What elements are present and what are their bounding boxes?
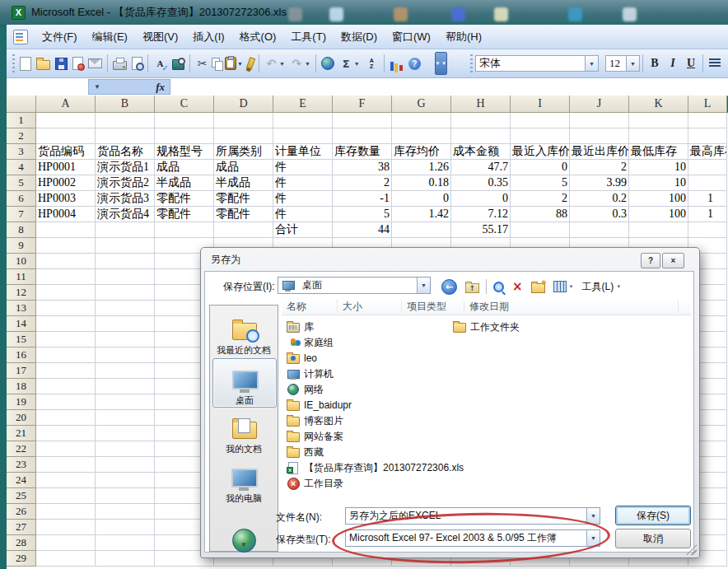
cell-G5[interactable]: 0.18 <box>392 175 451 191</box>
cell-A17[interactable] <box>36 363 96 379</box>
menu-item-2[interactable]: 编辑(E) <box>85 28 135 46</box>
cell-B13[interactable] <box>96 301 155 316</box>
row-header-6[interactable]: 6 <box>7 191 36 207</box>
column-header-I[interactable]: I <box>511 96 570 113</box>
cell-B25[interactable] <box>96 488 155 504</box>
row-header-10[interactable]: 10 <box>7 254 36 269</box>
cell-B22[interactable] <box>96 441 155 457</box>
row-header-23[interactable]: 23 <box>7 457 36 473</box>
cell-G4[interactable]: 1.26 <box>392 160 451 175</box>
menu-item-6[interactable]: 工具(T) <box>283 28 334 46</box>
cell-A5[interactable]: HP0002 <box>36 175 96 191</box>
back-button[interactable]: ← <box>438 277 460 296</box>
place-桌面[interactable]: 桌面 <box>212 358 277 408</box>
cell-B9[interactable] <box>96 238 155 254</box>
cell-L3[interactable]: 最高库存 <box>688 144 727 160</box>
cell-A14[interactable] <box>36 316 96 332</box>
chevron-down-icon[interactable]: ▼ <box>626 56 639 71</box>
cell-H6[interactable]: 0 <box>451 191 511 207</box>
cell-H8[interactable]: 55.17 <box>451 222 511 238</box>
cell-C3[interactable]: 规格型号 <box>155 144 214 160</box>
cell-K4[interactable]: 10 <box>629 160 688 175</box>
row-header-29[interactable]: 29 <box>7 551 36 567</box>
row-header-18[interactable]: 18 <box>7 379 36 394</box>
cell-D1[interactable] <box>214 113 273 128</box>
print-preview-button[interactable] <box>130 54 144 73</box>
cell-A24[interactable] <box>36 473 96 488</box>
cell-F2[interactable] <box>333 128 392 144</box>
cell-I8[interactable] <box>511 222 570 238</box>
new-folder-button[interactable] <box>528 277 548 296</box>
font-name-combo[interactable]: 宋体 ▼ <box>475 55 599 72</box>
row-header-17[interactable]: 17 <box>7 363 36 379</box>
file-item[interactable]: 库 <box>287 319 314 334</box>
file-item[interactable]: 家庭组 <box>287 335 334 350</box>
cell-A1[interactable] <box>36 113 96 128</box>
cell-I2[interactable] <box>511 128 570 144</box>
cell-F4[interactable]: 38 <box>333 160 392 175</box>
excel-window-titlebar[interactable]: X Microsoft Excel - 【货品库存查询】201307272306… <box>0 0 728 26</box>
place-我最近的文档[interactable]: 我最近的文档 <box>212 309 275 357</box>
cell-C1[interactable] <box>155 113 214 128</box>
cell-A11[interactable] <box>36 269 96 285</box>
column-header-A[interactable]: A <box>36 96 96 113</box>
toolbar-options-icon[interactable] <box>435 52 447 75</box>
cell-L7[interactable]: 1 <box>688 207 727 222</box>
row-header-9[interactable]: 9 <box>7 238 36 254</box>
cell-E2[interactable] <box>273 128 333 144</box>
column-header-H[interactable]: H <box>451 96 511 113</box>
insert-function-icon[interactable]: fx <box>156 81 165 94</box>
cell-B6[interactable]: 演示货品3 <box>96 191 155 207</box>
cell-A28[interactable] <box>36 535 96 551</box>
select-all-corner[interactable] <box>7 96 36 113</box>
save-button[interactable] <box>54 54 69 73</box>
cell-B5[interactable]: 演示货品2 <box>96 175 155 191</box>
cell-A2[interactable] <box>36 128 96 144</box>
list-header-1[interactable]: 名称 <box>282 300 338 313</box>
row-header-22[interactable]: 22 <box>7 441 36 457</box>
cell-A23[interactable] <box>36 457 96 473</box>
cell-E6[interactable]: 件 <box>273 191 333 207</box>
cell-B23[interactable] <box>96 457 155 473</box>
cell-A27[interactable] <box>36 520 96 535</box>
row-header-27[interactable]: 27 <box>7 520 36 535</box>
file-item[interactable]: 【货品库存查询】201307272306.xls <box>287 460 464 475</box>
cell-A13[interactable] <box>36 301 96 316</box>
cell-E3[interactable]: 计量单位 <box>273 144 333 160</box>
dialog-help-button[interactable]: ? <box>641 253 660 268</box>
file-item[interactable]: 工作目录 <box>287 476 343 491</box>
cell-A29[interactable] <box>36 551 96 567</box>
italic-button[interactable]: I <box>664 55 682 72</box>
cell-G3[interactable]: 库存均价 <box>392 144 451 160</box>
cell-F3[interactable]: 库存数量 <box>333 144 392 160</box>
cell-A16[interactable] <box>36 347 96 363</box>
cell-B29[interactable] <box>96 551 155 567</box>
cell-F7[interactable]: 5 <box>333 207 392 222</box>
hyperlink-button[interactable] <box>320 54 336 73</box>
spelling-button[interactable] <box>152 54 169 73</box>
copy-button[interactable] <box>212 54 222 73</box>
cell-B18[interactable] <box>96 379 155 394</box>
file-item[interactable]: 工作文件夹 <box>453 319 520 334</box>
email-button[interactable] <box>86 54 104 73</box>
cell-A18[interactable] <box>36 379 96 394</box>
research-button[interactable] <box>170 54 186 73</box>
cell-I5[interactable]: 5 <box>511 175 570 191</box>
column-header-K[interactable]: K <box>629 96 688 113</box>
cell-F8[interactable]: 44 <box>333 222 392 238</box>
cell-B12[interactable] <box>96 285 155 301</box>
cell-B26[interactable] <box>96 504 155 520</box>
permission-button[interactable] <box>71 54 85 73</box>
cell-G1[interactable] <box>392 113 451 128</box>
row-header-28[interactable]: 28 <box>7 535 36 551</box>
filename-combo[interactable]: 另存为之后的EXCEL ▼ <box>345 507 600 525</box>
cell-B28[interactable] <box>96 535 155 551</box>
cell-D5[interactable]: 半成品 <box>214 175 273 191</box>
align-left-button[interactable] <box>706 55 724 72</box>
chevron-down-icon[interactable]: ▼ <box>279 61 285 67</box>
chevron-down-icon[interactable]: ▼ <box>569 284 574 289</box>
cell-J1[interactable] <box>570 113 629 128</box>
cell-K1[interactable] <box>629 113 688 128</box>
row-header-7[interactable]: 7 <box>7 207 36 222</box>
cell-C5[interactable]: 半成品 <box>155 175 214 191</box>
